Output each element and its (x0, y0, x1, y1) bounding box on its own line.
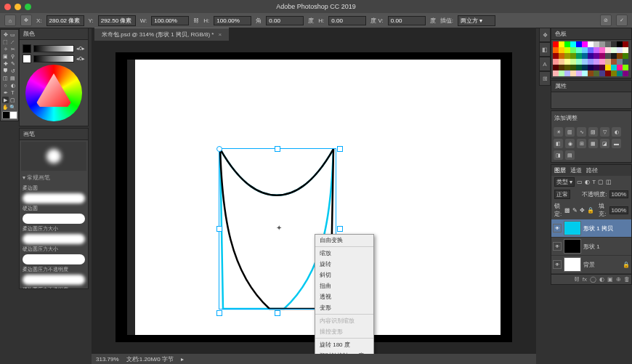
swatch[interactable] (576, 59, 582, 65)
swatch[interactable] (623, 53, 628, 59)
adjustment-layer-icon[interactable]: ◐ (599, 276, 604, 283)
swatch[interactable] (617, 59, 623, 65)
delete-layer-icon[interactable]: 🗑 (624, 276, 630, 283)
home-icon[interactable]: ⌂ (4, 15, 16, 26)
swatch[interactable] (593, 65, 599, 70)
zoom-level[interactable]: 313.79% (96, 356, 119, 363)
swatch[interactable] (623, 41, 628, 47)
angle-field[interactable]: 0.00 (266, 16, 304, 25)
swatch[interactable] (588, 41, 593, 47)
blur-tool[interactable]: ○ (2, 82, 9, 89)
visibility-toggle[interactable]: 👁 (553, 260, 562, 269)
swatches-tab[interactable]: 色板 (551, 28, 631, 40)
swatch[interactable] (623, 65, 628, 70)
context-menu-item[interactable]: 自由变换 (315, 235, 373, 246)
swatch[interactable] (623, 59, 628, 65)
hand-tool[interactable]: ✋ (2, 104, 9, 110)
brush-item-label[interactable]: 硬边圆 (23, 205, 85, 212)
swatch[interactable] (564, 70, 570, 76)
context-menu-item[interactable]: 旋转 (315, 259, 373, 270)
brush-item-label[interactable]: 硬边圆压力大小 (23, 246, 85, 253)
swatch[interactable] (605, 53, 611, 59)
visibility-toggle[interactable]: 👁 (553, 224, 562, 232)
visibility-toggle[interactable]: 👁 (553, 242, 562, 251)
brush-item-label[interactable]: 硬边圆压力不透明度 (23, 286, 85, 288)
brush-item-label[interactable]: 柔边圆压力不透明度 (23, 266, 85, 273)
tab-channels[interactable]: 通道 (570, 166, 582, 174)
swatch-black[interactable] (23, 44, 31, 53)
opacity-field[interactable]: 100% (609, 190, 628, 198)
adjust-hue-icon[interactable]: ◐ (612, 127, 621, 137)
swatch[interactable] (588, 70, 593, 76)
eyedropper-tool[interactable]: ⚲ (9, 53, 16, 60)
adjust-vibrance-icon[interactable]: ▽ (600, 127, 609, 137)
swatch[interactable] (617, 41, 623, 47)
layer-kind-select[interactable]: 类型 ▾ (554, 177, 575, 187)
interp-select[interactable]: 两立方 ▾ (458, 15, 495, 26)
panel-tab-icon[interactable]: ⊞ (539, 71, 551, 86)
handle-top-mid[interactable] (275, 146, 280, 152)
gradient-slider-2[interactable] (33, 55, 74, 62)
new-layer-icon[interactable]: ⊕ (616, 276, 621, 283)
swatch[interactable] (617, 65, 623, 70)
canvas[interactable]: ✦ 自由变换缩放旋转斜切扭曲透视变形内容识别缩放操控变形旋转 180 度顺时针旋… (127, 60, 501, 335)
swatch[interactable] (611, 65, 617, 70)
layer-row[interactable]: 👁形状 1 拷贝 (551, 219, 631, 238)
skew-h-field[interactable]: 0.00 (328, 16, 366, 25)
context-menu-item[interactable]: 扭曲 (315, 280, 373, 291)
swatch[interactable] (564, 59, 570, 65)
swatch[interactable] (553, 70, 559, 76)
swatch[interactable] (564, 53, 570, 59)
swatch[interactable] (576, 65, 582, 70)
panel-tab-icon[interactable]: ◧ (539, 42, 551, 57)
type-tool[interactable]: T (9, 89, 16, 96)
swatch[interactable] (611, 59, 617, 65)
layer-row[interactable]: 👁形状 1 (551, 238, 631, 256)
brush-tool[interactable]: ✎ (9, 60, 16, 67)
swatch[interactable] (588, 53, 593, 59)
history-brush-tool[interactable]: ↺ (9, 68, 16, 74)
layer-mask-icon[interactable]: ◯ (590, 276, 596, 283)
swatch[interactable] (599, 47, 605, 53)
swatch[interactable] (593, 53, 599, 59)
fill-field[interactable]: 100% (609, 206, 628, 214)
swatch[interactable] (593, 47, 599, 53)
spot-heal-tool[interactable]: ✚ (2, 60, 9, 67)
handle-top-left[interactable] (216, 146, 222, 152)
swatch[interactable] (599, 70, 605, 76)
adjust-brightness-icon[interactable]: ☀ (554, 127, 563, 137)
swatch[interactable] (599, 59, 605, 65)
swatch-white[interactable] (23, 54, 31, 63)
context-menu-item[interactable]: 斜切 (315, 270, 373, 280)
swatch[interactable] (605, 70, 611, 76)
panel-tab-icon[interactable]: A (539, 57, 551, 71)
group-icon[interactable]: ▣ (607, 276, 613, 283)
brush-category[interactable]: ▾ 常规画笔 (20, 172, 88, 183)
swatch[interactable] (623, 47, 628, 53)
swatch[interactable] (553, 41, 559, 47)
layer-row[interactable]: 👁背景🔒 (551, 256, 631, 274)
swatch[interactable] (559, 70, 564, 76)
swatch[interactable] (576, 47, 582, 53)
layer-fx-icon[interactable]: fx (583, 276, 587, 283)
swatch[interactable] (576, 70, 582, 76)
gradient-slider[interactable] (33, 45, 74, 52)
swatch[interactable] (593, 41, 599, 47)
stamp-tool[interactable]: ⛊ (2, 68, 9, 74)
brush-item-label[interactable]: 柔边圆 (23, 185, 85, 192)
adjust-curves-icon[interactable]: ∿ (577, 127, 586, 137)
tab-paths[interactable]: 路径 (586, 166, 598, 174)
cancel-icon[interactable]: ⊘ (600, 15, 612, 26)
swatch[interactable] (564, 47, 570, 53)
pos-y-field[interactable]: 292.50 像素 (98, 15, 136, 26)
adjust-bw-icon[interactable]: ◧ (554, 139, 563, 148)
magic-wand-tool[interactable]: ✧ (2, 46, 9, 52)
swatch[interactable] (553, 59, 559, 65)
swatch[interactable] (605, 65, 611, 70)
swatch[interactable] (553, 65, 559, 70)
swatch[interactable] (570, 70, 576, 76)
swatch[interactable] (570, 47, 576, 53)
lock-pos-icon[interactable]: ✥ (580, 207, 585, 214)
lock-all-icon[interactable]: 🔒 (587, 207, 594, 214)
swatch[interactable] (570, 53, 576, 59)
